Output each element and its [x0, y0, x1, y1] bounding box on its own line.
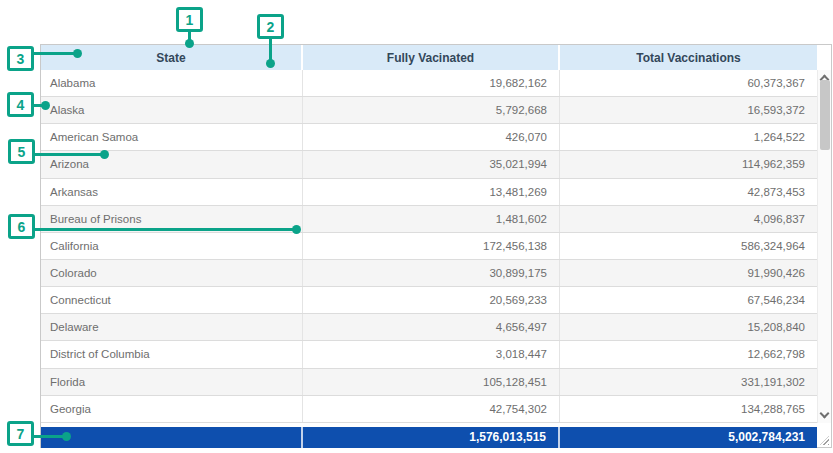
vertical-scrollbar[interactable] — [817, 70, 831, 423]
state-cell: Alaska — [41, 97, 303, 123]
summary-row: 1,576,013,515 5,002,784,231 — [41, 427, 817, 448]
callout-7-dot — [62, 432, 71, 441]
total-vaccinations-cell: 12,662,798 — [560, 341, 817, 367]
callout-3-dot — [73, 49, 82, 58]
state-cell: Georgia — [41, 396, 303, 422]
table-row[interactable]: Colorado 30,899,175 91,990,426 — [41, 260, 817, 287]
table-row[interactable]: Connecticut 20,569,233 67,546,234 — [41, 287, 817, 314]
state-cell: Alabama — [41, 70, 303, 96]
callout-3-box: 3 — [7, 46, 34, 71]
total-vaccinations-cell: 134,288,765 — [560, 396, 817, 422]
table-row[interactable]: Delaware 4,656,497 15,208,840 — [41, 314, 817, 341]
column-header-total-vaccinations[interactable]: Total Vaccinations — [560, 45, 817, 70]
column-header-fully-vaccinated[interactable]: Fully Vacinated — [303, 45, 560, 70]
fully-vaccinated-cell: 20,569,233 — [303, 287, 560, 313]
state-cell: Arkansas — [41, 179, 303, 205]
callout-5-dot — [100, 150, 109, 159]
callout-6-connector — [34, 228, 297, 231]
callout-1-box: 1 — [176, 7, 203, 32]
callout-7-box: 7 — [7, 421, 34, 446]
state-cell: American Samoa — [41, 124, 303, 150]
total-vaccinations-cell: 67,546,234 — [560, 287, 817, 313]
state-cell: Delaware — [41, 314, 303, 340]
callout-2-box: 2 — [257, 14, 284, 39]
fully-vaccinated-cell: 3,018,447 — [303, 341, 560, 367]
total-vaccinations-cell: 60,373,367 — [560, 70, 817, 96]
scrollbar-thumb[interactable] — [820, 80, 830, 150]
column-header-state[interactable]: State — [41, 45, 303, 70]
fully-vaccinated-cell: 13,481,269 — [303, 179, 560, 205]
table-body: Alabama 19,682,162 60,373,367 Alaska 5,7… — [41, 70, 817, 423]
summary-state-cell — [41, 427, 303, 448]
total-vaccinations-cell: 4,096,837 — [560, 206, 817, 232]
summary-total-vaccinations: 5,002,784,231 — [560, 427, 817, 448]
fully-vaccinated-cell: 42,754,302 — [303, 396, 560, 422]
total-vaccinations-cell: 114,962,359 — [560, 151, 817, 177]
callout-2-dot — [266, 59, 275, 68]
total-vaccinations-cell: 331,191,302 — [560, 369, 817, 395]
table-row[interactable]: California 172,456,138 586,324,964 — [41, 233, 817, 260]
callout-3-connector — [33, 52, 78, 55]
summary-fully-vaccinated: 1,576,013,515 — [303, 427, 560, 448]
fully-vaccinated-cell: 30,899,175 — [303, 260, 560, 286]
state-cell: District of Columbia — [41, 341, 303, 367]
total-vaccinations-cell: 16,593,372 — [560, 97, 817, 123]
total-vaccinations-cell: 586,324,964 — [560, 233, 817, 259]
total-vaccinations-cell: 42,873,453 — [560, 179, 817, 205]
table-row[interactable]: Arkansas 13,481,269 42,873,453 — [41, 179, 817, 206]
total-vaccinations-cell: 15,208,840 — [560, 314, 817, 340]
total-vaccinations-cell: 1,264,522 — [560, 124, 817, 150]
total-vaccinations-cell: 91,990,426 — [560, 260, 817, 286]
state-cell: Colorado — [41, 260, 303, 286]
fully-vaccinated-cell: 5,792,668 — [303, 97, 560, 123]
callout-4-dot — [41, 101, 50, 110]
table-header-row: State Fully Vacinated Total Vaccinations — [41, 45, 831, 70]
resize-grip-icon[interactable] — [820, 436, 829, 445]
state-cell: California — [41, 233, 303, 259]
callout-4-box: 4 — [7, 92, 34, 117]
fully-vaccinated-cell: 172,456,138 — [303, 233, 560, 259]
table-row[interactable]: Georgia 42,754,302 134,288,765 — [41, 396, 817, 423]
fully-vaccinated-cell: 35,021,994 — [303, 151, 560, 177]
callout-5-box: 5 — [8, 139, 35, 164]
fully-vaccinated-cell: 105,128,451 — [303, 369, 560, 395]
callout-6-box: 6 — [8, 214, 35, 239]
callout-6-dot — [292, 225, 301, 234]
callout-1-dot — [185, 39, 194, 48]
fully-vaccinated-cell: 4,656,497 — [303, 314, 560, 340]
state-cell: Connecticut — [41, 287, 303, 313]
fully-vaccinated-cell: 1,481,602 — [303, 206, 560, 232]
table-row[interactable]: American Samoa 426,070 1,264,522 — [41, 124, 817, 151]
table-row[interactable]: Alabama 19,682,162 60,373,367 — [41, 70, 817, 97]
table-row[interactable]: Florida 105,128,451 331,191,302 — [41, 369, 817, 396]
fully-vaccinated-cell: 19,682,162 — [303, 70, 560, 96]
table-row[interactable]: Arizona 35,021,994 114,962,359 — [41, 151, 817, 178]
vaccinations-table: State Fully Vacinated Total Vaccinations… — [40, 44, 832, 448]
state-cell: Florida — [41, 369, 303, 395]
table-row[interactable]: District of Columbia 3,018,447 12,662,79… — [41, 341, 817, 368]
callout-5-connector — [34, 153, 105, 156]
chevron-down-icon[interactable] — [820, 409, 830, 419]
fully-vaccinated-cell: 426,070 — [303, 124, 560, 150]
table-row[interactable]: Alaska 5,792,668 16,593,372 — [41, 97, 817, 124]
